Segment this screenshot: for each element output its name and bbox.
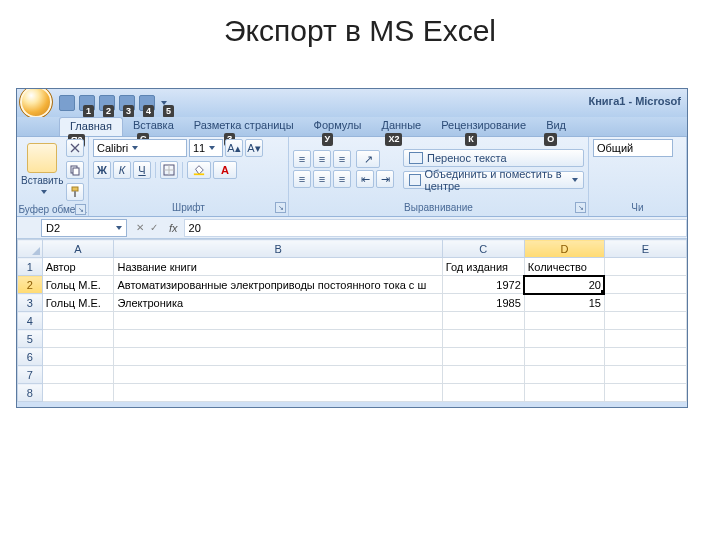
cell[interactable]: Гольц М.Е. <box>42 276 114 294</box>
cell[interactable] <box>114 312 442 330</box>
cell[interactable]: Автор <box>42 258 114 276</box>
col-header-a[interactable]: A <box>42 240 114 258</box>
cancel-icon[interactable]: ✕ <box>136 222 144 233</box>
copy-button[interactable] <box>66 161 84 179</box>
align-bottom-button[interactable]: ≡ <box>333 150 351 168</box>
underline-button[interactable]: Ч <box>133 161 151 179</box>
dialog-launcher-icon[interactable]: ↘ <box>275 202 286 213</box>
col-header-e[interactable]: E <box>604 240 686 258</box>
tab-formulas[interactable]: ФормулыУ <box>304 117 372 136</box>
col-header-b[interactable]: B <box>114 240 442 258</box>
cell[interactable] <box>604 366 686 384</box>
cell[interactable] <box>442 312 524 330</box>
merge-center-button[interactable]: Объединить и поместить в центре <box>403 171 584 189</box>
cut-button[interactable] <box>66 139 84 157</box>
tab-home[interactable]: ГлавнаяЯ2 <box>59 117 123 136</box>
decrease-indent-button[interactable]: ⇤ <box>356 170 374 188</box>
increase-indent-button[interactable]: ⇥ <box>376 170 394 188</box>
cell[interactable] <box>42 330 114 348</box>
cell[interactable] <box>442 384 524 402</box>
cell[interactable] <box>42 312 114 330</box>
format-painter-button[interactable] <box>66 183 84 201</box>
align-right-button[interactable]: ≡ <box>333 170 351 188</box>
font-color-button[interactable]: A <box>213 161 237 179</box>
cell[interactable] <box>114 348 442 366</box>
cell[interactable] <box>114 330 442 348</box>
cell[interactable] <box>604 348 686 366</box>
italic-button[interactable]: К <box>113 161 131 179</box>
cell[interactable] <box>604 312 686 330</box>
align-center-button[interactable]: ≡ <box>313 170 331 188</box>
cell[interactable] <box>604 384 686 402</box>
cell[interactable] <box>604 294 686 312</box>
cell[interactable] <box>604 258 686 276</box>
align-left-button[interactable]: ≡ <box>293 170 311 188</box>
cell[interactable] <box>524 384 604 402</box>
row-header[interactable]: 7 <box>18 366 43 384</box>
bold-button[interactable]: Ж <box>93 161 111 179</box>
row-header[interactable]: 5 <box>18 330 43 348</box>
row-header[interactable]: 1 <box>18 258 43 276</box>
worksheet-grid[interactable]: A B C D E 1 Автор Название книги Год изд… <box>17 239 687 402</box>
row-header[interactable]: 6 <box>18 348 43 366</box>
col-header-c[interactable]: C <box>442 240 524 258</box>
row-header[interactable]: 2 <box>18 276 43 294</box>
tab-page-layout[interactable]: Разметка страницыЗ <box>184 117 304 136</box>
cell[interactable]: 15 <box>524 294 604 312</box>
cell[interactable]: Автоматизированные электроприводы постоя… <box>114 276 442 294</box>
cell[interactable]: Количество <box>524 258 604 276</box>
borders-button[interactable] <box>160 161 178 179</box>
tab-data[interactable]: ДанныеХ2 <box>371 117 431 136</box>
cell[interactable] <box>604 276 686 294</box>
fill-color-button[interactable] <box>187 161 211 179</box>
name-box[interactable]: D2 <box>41 219 127 237</box>
dialog-launcher-icon[interactable]: ↘ <box>75 204 86 215</box>
cell[interactable]: 1985 <box>442 294 524 312</box>
wrap-text-button[interactable]: Перенос текста <box>403 149 584 167</box>
cell[interactable]: 1972 <box>442 276 524 294</box>
row-header[interactable]: 8 <box>18 384 43 402</box>
paste-button[interactable]: Вставить <box>21 139 63 201</box>
tab-review[interactable]: РецензированиеК <box>431 117 536 136</box>
font-size-select[interactable]: 11 <box>189 139 223 157</box>
cell[interactable] <box>524 330 604 348</box>
excel-window: 1 2 3 4 5 Книга1 - Microsof ГлавнаяЯ2 Вс… <box>16 88 688 408</box>
cell[interactable]: Название книги <box>114 258 442 276</box>
cell[interactable] <box>442 330 524 348</box>
dialog-launcher-icon[interactable]: ↘ <box>575 202 586 213</box>
cell[interactable] <box>42 348 114 366</box>
font-name-select[interactable]: Calibri <box>93 139 187 157</box>
cell[interactable] <box>524 348 604 366</box>
cell[interactable]: Гольц М.Е. <box>42 294 114 312</box>
cell[interactable]: Электроника <box>114 294 442 312</box>
tab-view[interactable]: ВидО <box>536 117 576 136</box>
shrink-font-button[interactable]: A▾ <box>245 139 263 157</box>
cell[interactable]: Год издания <box>442 258 524 276</box>
cell[interactable] <box>442 366 524 384</box>
cell[interactable] <box>42 366 114 384</box>
qat-save-icon[interactable] <box>59 95 75 111</box>
fx-icon[interactable]: fx <box>169 222 178 234</box>
formula-input[interactable]: 20 <box>184 219 687 237</box>
align-top-button[interactable]: ≡ <box>293 150 311 168</box>
cell[interactable] <box>442 348 524 366</box>
grow-font-button[interactable]: A▴ <box>225 139 243 157</box>
cell[interactable] <box>604 330 686 348</box>
cell[interactable] <box>114 366 442 384</box>
office-button[interactable] <box>19 88 53 119</box>
row-header[interactable]: 4 <box>18 312 43 330</box>
cell[interactable] <box>524 366 604 384</box>
align-middle-button[interactable]: ≡ <box>313 150 331 168</box>
cell[interactable] <box>114 384 442 402</box>
row-header[interactable]: 3 <box>18 294 43 312</box>
enter-icon[interactable]: ✓ <box>150 222 158 233</box>
orientation-button[interactable]: ↗ <box>356 150 380 168</box>
col-header-d[interactable]: D <box>524 240 604 258</box>
merge-label: Объединить и поместить в центре <box>425 168 564 192</box>
cell[interactable] <box>524 312 604 330</box>
number-format-select[interactable]: Общий <box>593 139 673 157</box>
cell-active[interactable]: 20 <box>524 276 604 294</box>
cell[interactable] <box>42 384 114 402</box>
tab-insert[interactable]: ВставкаС <box>123 117 184 136</box>
select-all-corner[interactable] <box>18 240 43 258</box>
